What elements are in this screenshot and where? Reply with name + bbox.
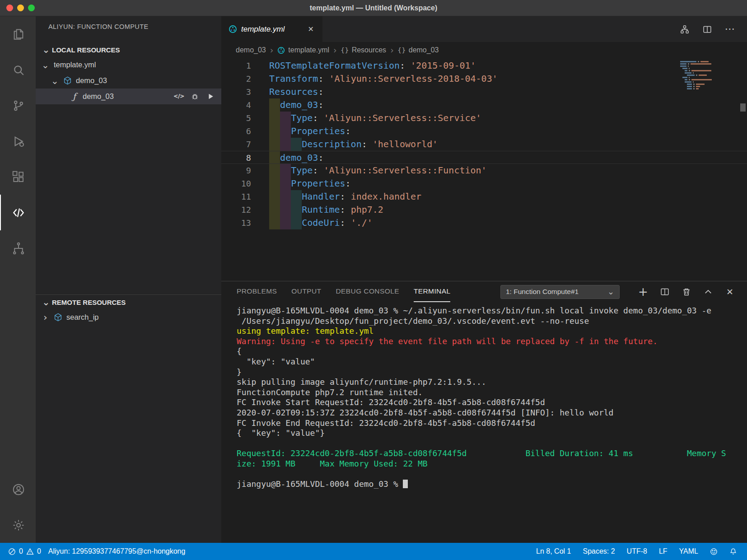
minimap[interactable] [680, 61, 738, 90]
activity-item-explorer[interactable] [0, 16, 36, 52]
tab-template-yml[interactable]: template.yml ✕ [221, 16, 322, 42]
more-actions-button[interactable]: ⋯ [725, 25, 734, 34]
code-line[interactable]: 1ROSTemplateFormatVersion: '2015-09-01' [221, 59, 747, 72]
terminal-line[interactable]: /Users/jiangyu/Desktop/fun_project/demo_… [237, 316, 742, 327]
local-resources-header[interactable]: ⌄LOCAL RESOURCES [36, 42, 221, 57]
sidebar-title: ALIYUN: FUNCTION COMPUTE [36, 16, 221, 37]
zoom-window-button[interactable] [28, 5, 35, 11]
terminal-line[interactable]: ize: 1991 MB Max Memory Used: 22 MB [237, 459, 742, 469]
warning-count: 0 [37, 547, 41, 555]
search-icon [12, 63, 25, 77]
bottom-panel: PROBLEMSOUTPUTDEBUG CONSOLETERMINAL 1: F… [221, 281, 747, 543]
source-control-icon [12, 99, 25, 112]
panel-tab-terminal[interactable]: TERMINAL [414, 281, 451, 302]
terminal-line[interactable] [237, 439, 742, 449]
split-terminal-button[interactable] [660, 287, 669, 296]
code-line[interactable]: 7Description: 'helloworld' [221, 138, 747, 151]
tree-item-demo_03[interactable]: ƒdemo_03</> [36, 89, 221, 104]
terminal-line[interactable]: "key": "value" [237, 357, 742, 367]
code-line[interactable]: 10Properties: [221, 177, 747, 190]
editor-actions: ⋯ [680, 16, 747, 42]
terminal-line[interactable]: jiangyu@B-165MLVDL-0004 demo_03 % [237, 479, 742, 490]
aliyun-account-indicator[interactable]: Aliyun: 1295939377467795@cn-hongkong [45, 543, 189, 560]
new-terminal-button[interactable]: + [639, 287, 648, 296]
close-tab-icon[interactable]: ✕ [307, 25, 315, 34]
maximize-panel-button[interactable] [704, 287, 713, 296]
terminal-line[interactable]: FC Invoke Start RequestId: 23224cd0-2bf8… [237, 397, 742, 408]
terminal-line[interactable]: FC Invoke End RequestId: 23224cd0-2bf8-4… [237, 418, 742, 429]
terminal-line[interactable]: } [237, 367, 742, 378]
activity-item-settings[interactable] [0, 507, 36, 543]
scrollbar-thumb[interactable] [740, 103, 746, 112]
close-window-button[interactable] [6, 5, 13, 11]
code-line[interactable]: 11Handler: index.handler [221, 190, 747, 203]
terminal-line[interactable]: FunctionCompute php7.2 runtime inited. [237, 387, 742, 398]
terminal-output[interactable]: jiangyu@B-165MLVDL-0004 demo_03 % ~/.ali… [221, 302, 747, 543]
activity-item-source-control[interactable] [0, 88, 36, 123]
breadcrumb-item[interactable]: {}demo_03 [398, 46, 439, 54]
indent-indicator[interactable]: Spaces: 2 [579, 547, 618, 555]
feedback-button[interactable] [706, 548, 721, 555]
eol-indicator[interactable]: LF [655, 547, 671, 555]
panel-tab-problems[interactable]: PROBLEMS [237, 281, 277, 302]
code-line[interactable]: 4demo_03: [221, 98, 747, 112]
tree-item-template.yml[interactable]: ⌄template.yml [36, 57, 221, 73]
code-line[interactable]: 2Transform: 'Aliyun::Serverless-2018-04-… [221, 72, 747, 85]
code-line[interactable]: 3Resources: [221, 85, 747, 98]
activity-item-accounts[interactable] [0, 471, 36, 507]
panel-tab-output[interactable]: OUTPUT [291, 281, 321, 302]
line-col-indicator[interactable]: Ln 8, Col 1 [532, 547, 574, 555]
activity-item-run-debug[interactable] [0, 123, 36, 159]
code-line[interactable]: 8demo_03: [221, 151, 747, 164]
breadcrumb-item[interactable]: {}Resources [341, 46, 386, 54]
open-code-button[interactable]: </> [174, 92, 183, 101]
activity-item-api-connector[interactable] [0, 230, 36, 266]
notifications-button[interactable] [726, 548, 741, 555]
encoding-indicator[interactable]: UTF-8 [623, 547, 651, 555]
code-line[interactable]: 9Type: 'Aliyun::Serverless::Function' [221, 164, 747, 177]
code-editor[interactable]: 1ROSTemplateFormatVersion: '2015-09-01'2… [221, 58, 747, 281]
terminal-line[interactable]: { [237, 346, 742, 357]
terminal-line[interactable]: jiangyu@B-165MLVDL-0004 demo_03 % ~/.ali… [237, 306, 742, 316]
deploy-button[interactable] [680, 25, 689, 34]
braces-icon: {} [398, 47, 406, 54]
local-debug-button[interactable] [190, 92, 199, 101]
api-connector-icon [12, 242, 25, 255]
terminal-line[interactable]: RequestId: 23224cd0-2bf8-4b5f-a5b8-cd08f… [237, 448, 742, 459]
terminal-line[interactable]: 2020-07-02T09:15:37Z 23224cd0-2bf8-4b5f-… [237, 408, 742, 418]
split-editor-button[interactable] [703, 25, 712, 34]
deploy-icon [680, 25, 689, 34]
activity-item-extensions[interactable] [0, 159, 36, 195]
terminal-line[interactable]: { "key": "value"} [237, 428, 742, 439]
code-line[interactable]: 12Runtime: php7.2 [221, 203, 747, 216]
breadcrumb-item[interactable]: demo_03 [236, 46, 266, 54]
code-line[interactable]: 6Properties: [221, 125, 747, 138]
terminal-line[interactable]: Warning: Using -e to specify the event f… [237, 336, 742, 347]
tree-item-actions: </> [174, 92, 221, 101]
terminal-line[interactable]: skip pulling image aliyunfc/runtime-php7… [237, 377, 742, 387]
terminal-line[interactable] [237, 469, 742, 480]
tab-icon-slot [229, 25, 237, 33]
tree-item-search_ip[interactable]: ›search_ip [36, 309, 221, 325]
terminal-line[interactable]: using template: template.yml [237, 326, 742, 336]
close-panel-button[interactable]: ✕ [725, 287, 734, 296]
panel-tab-debug-console[interactable]: DEBUG CONSOLE [336, 281, 399, 302]
code-line[interactable]: 5Type: 'Aliyun::Serverless::Service' [221, 112, 747, 125]
window-controls [6, 0, 35, 16]
breadcrumb-item[interactable]: template.yml [277, 46, 329, 54]
code-line[interactable]: 13CodeUri: './' [221, 216, 747, 229]
activity-item-aliyun-serverless[interactable] [0, 195, 36, 230]
terminal-selector[interactable]: 1: Function Compute#1 ⌄ [500, 285, 620, 299]
notifications-icon [729, 548, 737, 555]
close-panel-icon: ✕ [725, 287, 734, 296]
local-invoke-button[interactable] [206, 92, 215, 101]
problems-indicator[interactable]: 0 0 [5, 543, 45, 560]
activity-item-search[interactable] [0, 52, 36, 88]
kill-terminal-button[interactable] [682, 287, 691, 296]
line-number: 3 [221, 85, 251, 98]
tree-item-demo_03[interactable]: ⌄demo_03 [36, 73, 221, 89]
tab-label: template.yml [241, 25, 285, 34]
language-indicator[interactable]: YAML [676, 547, 702, 555]
remote-resources-header[interactable]: ⌄REMOTE RESOURCES [36, 295, 221, 309]
minimize-window-button[interactable] [17, 5, 24, 11]
